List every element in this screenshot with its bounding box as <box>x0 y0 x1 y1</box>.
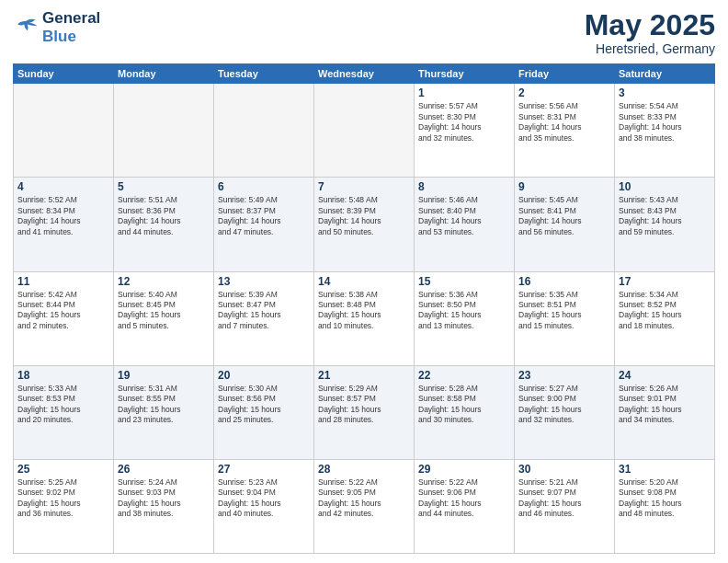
calendar-cell: 3Sunrise: 5:54 AM Sunset: 8:33 PM Daylig… <box>615 84 715 178</box>
day-number: 13 <box>218 275 310 288</box>
calendar-cell: 9Sunrise: 5:45 AM Sunset: 8:41 PM Daylig… <box>515 178 615 271</box>
calendar-cell: 5Sunrise: 5:51 AM Sunset: 8:36 PM Daylig… <box>114 178 214 271</box>
calendar-cell <box>14 84 114 178</box>
weekday-header: Saturday <box>615 64 715 84</box>
day-info: Sunrise: 5:36 AM Sunset: 8:50 PM Dayligh… <box>418 290 510 332</box>
header: General Blue May 2025 Heretsried, German… <box>13 9 715 56</box>
day-number: 21 <box>318 369 410 382</box>
calendar-cell: 4Sunrise: 5:52 AM Sunset: 8:34 PM Daylig… <box>14 178 114 271</box>
day-number: 7 <box>318 180 410 193</box>
calendar-cell: 28Sunrise: 5:22 AM Sunset: 9:05 PM Dayli… <box>314 459 415 553</box>
calendar-cell: 30Sunrise: 5:21 AM Sunset: 9:07 PM Dayli… <box>515 459 615 553</box>
weekday-header: Thursday <box>415 64 515 84</box>
day-number: 9 <box>518 180 610 193</box>
calendar-cell: 1Sunrise: 5:57 AM Sunset: 8:30 PM Daylig… <box>415 84 515 178</box>
day-info: Sunrise: 5:45 AM Sunset: 8:41 PM Dayligh… <box>518 195 610 237</box>
calendar-cell: 14Sunrise: 5:38 AM Sunset: 8:48 PM Dayli… <box>314 271 415 365</box>
calendar-cell: 13Sunrise: 5:39 AM Sunset: 8:47 PM Dayli… <box>214 271 314 365</box>
calendar-cell: 10Sunrise: 5:43 AM Sunset: 8:43 PM Dayli… <box>615 178 715 271</box>
day-info: Sunrise: 5:31 AM Sunset: 8:55 PM Dayligh… <box>118 384 210 426</box>
calendar-cell: 16Sunrise: 5:35 AM Sunset: 8:51 PM Dayli… <box>515 271 615 365</box>
calendar-cell <box>114 84 214 178</box>
calendar-cell <box>214 84 314 178</box>
day-info: Sunrise: 5:29 AM Sunset: 8:57 PM Dayligh… <box>318 384 410 426</box>
day-info: Sunrise: 5:30 AM Sunset: 8:56 PM Dayligh… <box>218 384 310 426</box>
day-info: Sunrise: 5:35 AM Sunset: 8:51 PM Dayligh… <box>518 290 610 332</box>
day-number: 28 <box>318 463 410 476</box>
day-number: 1 <box>418 86 510 99</box>
day-info: Sunrise: 5:43 AM Sunset: 8:43 PM Dayligh… <box>619 195 711 237</box>
calendar-cell: 7Sunrise: 5:48 AM Sunset: 8:39 PM Daylig… <box>314 178 415 271</box>
day-number: 30 <box>518 463 610 476</box>
weekday-header: Monday <box>114 64 214 84</box>
logo-icon <box>13 15 39 40</box>
day-number: 23 <box>518 369 610 382</box>
calendar-week-row: 18Sunrise: 5:33 AM Sunset: 8:53 PM Dayli… <box>14 365 715 459</box>
calendar-cell: 19Sunrise: 5:31 AM Sunset: 8:55 PM Dayli… <box>114 365 214 459</box>
day-number: 14 <box>318 275 410 288</box>
day-number: 2 <box>518 86 610 99</box>
day-number: 18 <box>17 369 109 382</box>
day-number: 4 <box>17 180 109 193</box>
day-number: 24 <box>619 369 711 382</box>
day-info: Sunrise: 5:56 AM Sunset: 8:31 PM Dayligh… <box>518 101 610 144</box>
calendar-cell: 27Sunrise: 5:23 AM Sunset: 9:04 PM Dayli… <box>214 459 314 553</box>
day-info: Sunrise: 5:54 AM Sunset: 8:33 PM Dayligh… <box>619 101 711 144</box>
day-info: Sunrise: 5:28 AM Sunset: 8:58 PM Dayligh… <box>418 384 510 426</box>
day-info: Sunrise: 5:25 AM Sunset: 9:02 PM Dayligh… <box>17 477 109 520</box>
weekday-header: Wednesday <box>314 64 415 84</box>
day-info: Sunrise: 5:21 AM Sunset: 9:07 PM Dayligh… <box>518 477 610 520</box>
day-info: Sunrise: 5:48 AM Sunset: 8:39 PM Dayligh… <box>318 195 410 237</box>
day-number: 10 <box>619 180 711 193</box>
day-info: Sunrise: 5:42 AM Sunset: 8:44 PM Dayligh… <box>17 290 109 332</box>
day-number: 27 <box>218 463 310 476</box>
day-number: 22 <box>418 369 510 382</box>
weekday-header: Tuesday <box>214 64 314 84</box>
day-info: Sunrise: 5:39 AM Sunset: 8:47 PM Dayligh… <box>218 290 310 332</box>
page: General Blue May 2025 Heretsried, German… <box>0 0 728 563</box>
day-number: 3 <box>619 86 711 99</box>
day-number: 5 <box>118 180 210 193</box>
calendar-cell: 23Sunrise: 5:27 AM Sunset: 9:00 PM Dayli… <box>515 365 615 459</box>
day-info: Sunrise: 5:20 AM Sunset: 9:08 PM Dayligh… <box>619 477 711 520</box>
day-number: 16 <box>518 275 610 288</box>
calendar-cell: 20Sunrise: 5:30 AM Sunset: 8:56 PM Dayli… <box>214 365 314 459</box>
calendar-cell: 18Sunrise: 5:33 AM Sunset: 8:53 PM Dayli… <box>14 365 114 459</box>
day-number: 25 <box>17 463 109 476</box>
day-info: Sunrise: 5:22 AM Sunset: 9:05 PM Dayligh… <box>318 477 410 520</box>
day-info: Sunrise: 5:34 AM Sunset: 8:52 PM Dayligh… <box>619 290 711 332</box>
day-info: Sunrise: 5:27 AM Sunset: 9:00 PM Dayligh… <box>518 384 610 426</box>
day-info: Sunrise: 5:22 AM Sunset: 9:06 PM Dayligh… <box>418 477 510 520</box>
calendar-cell: 12Sunrise: 5:40 AM Sunset: 8:45 PM Dayli… <box>114 271 214 365</box>
calendar-cell: 8Sunrise: 5:46 AM Sunset: 8:40 PM Daylig… <box>415 178 515 271</box>
day-number: 8 <box>418 180 510 193</box>
calendar-cell: 17Sunrise: 5:34 AM Sunset: 8:52 PM Dayli… <box>615 271 715 365</box>
location: Heretsried, Germany <box>585 41 715 56</box>
calendar-cell: 11Sunrise: 5:42 AM Sunset: 8:44 PM Dayli… <box>14 271 114 365</box>
day-info: Sunrise: 5:49 AM Sunset: 8:37 PM Dayligh… <box>218 195 310 237</box>
day-number: 6 <box>218 180 310 193</box>
day-info: Sunrise: 5:38 AM Sunset: 8:48 PM Dayligh… <box>318 290 410 332</box>
calendar-week-row: 1Sunrise: 5:57 AM Sunset: 8:30 PM Daylig… <box>14 84 715 178</box>
weekday-header: Friday <box>515 64 615 84</box>
calendar-cell: 29Sunrise: 5:22 AM Sunset: 9:06 PM Dayli… <box>415 459 515 553</box>
calendar-week-row: 4Sunrise: 5:52 AM Sunset: 8:34 PM Daylig… <box>14 178 715 271</box>
calendar-cell <box>314 84 415 178</box>
day-number: 31 <box>619 463 711 476</box>
day-info: Sunrise: 5:40 AM Sunset: 8:45 PM Dayligh… <box>118 290 210 332</box>
calendar-week-row: 25Sunrise: 5:25 AM Sunset: 9:02 PM Dayli… <box>14 459 715 553</box>
calendar-cell: 22Sunrise: 5:28 AM Sunset: 8:58 PM Dayli… <box>415 365 515 459</box>
logo: General Blue <box>13 9 100 45</box>
title-block: May 2025 Heretsried, Germany <box>585 9 715 56</box>
calendar-week-row: 11Sunrise: 5:42 AM Sunset: 8:44 PM Dayli… <box>14 271 715 365</box>
day-info: Sunrise: 5:23 AM Sunset: 9:04 PM Dayligh… <box>218 477 310 520</box>
calendar-cell: 31Sunrise: 5:20 AM Sunset: 9:08 PM Dayli… <box>615 459 715 553</box>
calendar-table: SundayMondayTuesdayWednesdayThursdayFrid… <box>13 63 715 554</box>
calendar-cell: 26Sunrise: 5:24 AM Sunset: 9:03 PM Dayli… <box>114 459 214 553</box>
day-info: Sunrise: 5:24 AM Sunset: 9:03 PM Dayligh… <box>118 477 210 520</box>
month-title: May 2025 <box>585 9 715 41</box>
calendar-header-row: SundayMondayTuesdayWednesdayThursdayFrid… <box>14 64 715 84</box>
calendar-cell: 6Sunrise: 5:49 AM Sunset: 8:37 PM Daylig… <box>214 178 314 271</box>
day-info: Sunrise: 5:57 AM Sunset: 8:30 PM Dayligh… <box>418 101 510 144</box>
calendar-cell: 21Sunrise: 5:29 AM Sunset: 8:57 PM Dayli… <box>314 365 415 459</box>
